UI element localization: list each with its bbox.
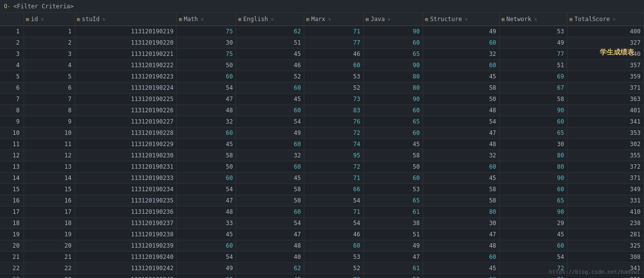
table-row[interactable]: 22113120190220305177606049327 (0, 37, 644, 49)
table-cell: 46 (236, 60, 304, 71)
table-cell: 32 (423, 150, 500, 161)
col-header-network[interactable]: ⊞ Network ⇅ (499, 13, 567, 26)
table-cell: 49 (177, 263, 236, 274)
table-row[interactable]: 1919113120190238454746514745281 (0, 229, 644, 240)
table-cell: 52 (236, 71, 304, 82)
table-row[interactable]: 11113120190219756271904953400 (0, 26, 644, 37)
sort-id[interactable]: ⇅ (41, 17, 43, 22)
table-cell: 349 (567, 184, 644, 195)
table-cell: 53 (304, 71, 363, 82)
table-cell: 58 (236, 184, 304, 195)
table-cell: 80 (364, 71, 423, 82)
table-row[interactable]: 1414113120190233604571604590371 (0, 173, 644, 184)
table-cell: 62 (236, 263, 304, 274)
table-row[interactable]: 2323113120190243604573526071361 (0, 274, 644, 278)
col-header-structure[interactable]: ⊞ Structure ⇅ (423, 13, 500, 26)
table-cell: 90 (499, 206, 567, 218)
sort-network[interactable]: ⇅ (534, 17, 537, 22)
table-cell: 400 (567, 26, 644, 37)
table-cell: 113120190228 (75, 127, 177, 139)
table-cell: 6 (24, 82, 75, 94)
table-body: 1111312019021975627190495340022113120190… (0, 26, 644, 278)
table-row[interactable]: 55113120190223605253804569359 (0, 71, 644, 82)
sort-english[interactable]: ⇅ (271, 17, 273, 22)
col-label-structure: Structure (430, 16, 462, 23)
table-cell: 371 (567, 173, 644, 184)
table-row[interactable]: 99113120190227325476655460341 (0, 116, 644, 127)
sort-stuid[interactable]: ⇅ (103, 17, 105, 22)
table-cell: 90 (364, 60, 423, 71)
table-cell: 54 (423, 116, 500, 127)
table-cell: 48 (423, 105, 500, 116)
table-cell: 113120190220 (75, 37, 177, 49)
table-row[interactable]: 1818113120190237335454383029238 (0, 218, 644, 229)
table-row[interactable]: 2222113120190242496252614572341 (0, 263, 644, 274)
table-cell: 113120190243 (75, 274, 177, 278)
row-number: 21 (0, 252, 24, 263)
col-header-rownum (0, 13, 24, 26)
table-cell: 60 (364, 37, 423, 49)
table-cell: 372 (567, 161, 644, 173)
table-row[interactable]: 66113120190224546052805867371 (0, 82, 644, 94)
row-number: 9 (0, 116, 24, 127)
col-header-math[interactable]: ⊞ Math ⇅ (177, 13, 236, 26)
col-header-stuid[interactable]: ⊞ stuId ⇅ (75, 13, 177, 26)
table-cell: 90 (364, 26, 423, 37)
sort-structure[interactable]: ⇅ (465, 17, 467, 22)
table-cell: 45 (177, 139, 236, 150)
table-row[interactable]: 1616113120190235475054655065331 (0, 195, 644, 206)
table-cell: 49 (364, 240, 423, 252)
col-header-totalscore[interactable]: ⊞ TotalScore ⇅ (567, 13, 644, 26)
table-cell: 53 (499, 26, 567, 37)
col-label-java: Java (371, 16, 385, 23)
col-icon-marx: ⊞ (306, 17, 309, 22)
row-number: 15 (0, 184, 24, 195)
table-cell: 71 (304, 26, 363, 37)
row-number: 22 (0, 263, 24, 274)
table-cell: 61 (364, 263, 423, 274)
col-header-java[interactable]: ⊞ Java ⇅ (364, 13, 423, 26)
table-cell: 52 (304, 263, 363, 274)
table-cell: 357 (567, 60, 644, 71)
top-bar: Q- <Filter Criteria> (0, 0, 644, 13)
table-row[interactable]: 1717113120190236486071618090410 (0, 206, 644, 218)
table-row[interactable]: 2020113120190239604860494860325 (0, 240, 644, 252)
sort-totalscore[interactable]: ⇅ (613, 17, 616, 22)
table-cell: 76 (304, 116, 363, 127)
table-row[interactable]: 77113120190225474573905058363 (0, 94, 644, 105)
table-row[interactable]: 33113120190221754546653277340 (0, 49, 644, 60)
table-cell: 47 (364, 252, 423, 263)
col-icon-java: ⊞ (366, 17, 369, 22)
table-cell: 32 (423, 49, 500, 60)
table-row[interactable]: 1212113120190230583295583280355 (0, 150, 644, 161)
table-cell: 113120190242 (75, 263, 177, 274)
sort-math[interactable]: ⇅ (201, 17, 203, 22)
table-row[interactable]: 1515113120190234545866535860349 (0, 184, 644, 195)
table-cell: 113120190230 (75, 150, 177, 161)
sort-java[interactable]: ⇅ (388, 17, 390, 22)
table-row[interactable]: 1111113120190229456074454830302 (0, 139, 644, 150)
filter-icon: Q- (4, 3, 10, 9)
table-cell: 113120190221 (75, 49, 177, 60)
col-header-english[interactable]: ⊞ English ⇅ (236, 13, 304, 26)
table-row[interactable]: 1313113120190231506072506080372 (0, 161, 644, 173)
table-cell: 60 (423, 252, 500, 263)
row-number: 5 (0, 71, 24, 82)
table-row[interactable]: 88113120190226486083604890401 (0, 105, 644, 116)
table-cell: 52 (304, 82, 363, 94)
sort-marx[interactable]: ⇅ (328, 17, 331, 22)
col-label-network: Network (507, 16, 532, 23)
table-cell: 48 (177, 105, 236, 116)
table-row[interactable]: 44113120190222504660906051357 (0, 60, 644, 71)
table-cell: 2 (24, 37, 75, 49)
table-row[interactable]: 1010113120190228604972604765353 (0, 127, 644, 139)
table-row[interactable]: 2121113120190240544053476054308 (0, 252, 644, 263)
table-cell: 61 (364, 206, 423, 218)
col-header-marx[interactable]: ⊞ Marx ⇅ (304, 13, 363, 26)
col-header-id[interactable]: ⊞ id ⇅ (24, 13, 75, 26)
table-cell: 48 (236, 240, 304, 252)
table-cell: 60 (177, 274, 236, 278)
table-cell: 58 (177, 150, 236, 161)
table-cell: 60 (364, 105, 423, 116)
row-number: 8 (0, 105, 24, 116)
